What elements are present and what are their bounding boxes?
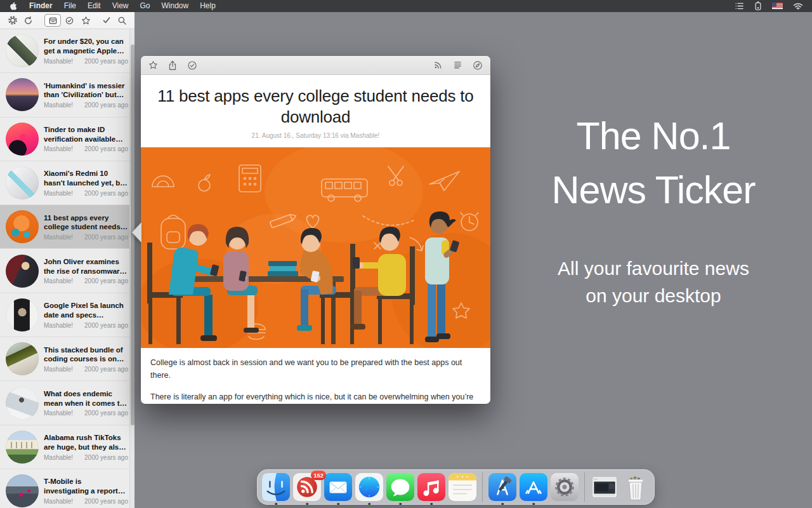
news-source: Mashable! [44, 190, 73, 197]
view-segmented-control [44, 14, 94, 27]
menu-status-area [735, 1, 812, 11]
menu-finder[interactable]: Finder [23, 1, 58, 10]
news-item[interactable]: Tinder to make ID verification available… [0, 117, 134, 161]
news-title: T-Mobile is investigating a reported dat… [44, 477, 128, 495]
dock-mail-icon[interactable] [324, 473, 352, 501]
article-paragraph-2: There is literally an app for everything… [150, 391, 481, 404]
news-item[interactable]: What does endemic mean when it comes to … [0, 381, 134, 425]
dock-notes-icon[interactable] [449, 473, 476, 501]
news-source: Mashable! [44, 454, 73, 461]
news-item[interactable]: John Oliver examines the rise of ransomw… [0, 249, 134, 293]
menu-items: FinderFileEditViewGoWindowHelp [23, 0, 221, 12]
news-thumbnail [6, 298, 39, 331]
dock-minimized-window-thumbnail[interactable] [591, 473, 619, 501]
star-segment-icon[interactable] [77, 14, 94, 27]
wallpaper-headline: The No.1 News Ticker All your favourite … [536, 109, 771, 310]
rss-icon[interactable] [433, 60, 443, 70]
check-circle-segment-icon[interactable] [61, 14, 77, 27]
menu-go[interactable]: Go [134, 1, 156, 10]
running-indicator-dot [399, 503, 402, 505]
running-indicator-dot [532, 503, 535, 505]
news-source: Mashable! [44, 410, 73, 417]
wallpaper-subline2: on your desktop [536, 282, 771, 310]
sidebar-scrollbar[interactable] [129, 29, 134, 508]
news-title: Xiaomi's Redmi 10 hasn't launched yet, b… [44, 169, 128, 187]
article-toolbar [141, 56, 490, 75]
wallpaper-line2: News Ticker [536, 163, 771, 217]
dock-settings-icon[interactable] [551, 473, 579, 501]
battery-icon[interactable] [754, 1, 762, 11]
dock-news-ticker-icon[interactable]: 152 [293, 473, 321, 501]
dock-separator [584, 472, 585, 502]
dock-safari-icon[interactable] [355, 473, 383, 501]
news-title: Google Pixel 5a launch date and specs re… [44, 301, 128, 319]
news-thumbnail [6, 123, 39, 156]
news-title: Tinder to make ID verification available… [44, 125, 128, 144]
menu-file[interactable]: File [58, 1, 82, 10]
news-source: Mashable! [44, 498, 73, 505]
us-flag-icon[interactable] [772, 3, 783, 10]
news-item[interactable]: 'Humankind' is messier than 'Civilizatio… [0, 73, 134, 117]
checkmark-icon[interactable] [99, 14, 114, 27]
news-item[interactable]: This stacked bundle of coding courses is… [0, 337, 134, 381]
flag-canton [772, 3, 776, 6]
news-title: Alabama rush TikToks are huge, but they … [44, 433, 128, 451]
menu-help[interactable]: Help [194, 1, 221, 10]
news-thumbnail [6, 34, 39, 67]
menu-bar: FinderFileEditViewGoWindowHelp [0, 0, 812, 12]
dock: 152 [257, 469, 655, 505]
news-source: Mashable! [44, 366, 73, 373]
news-thumbnail [6, 210, 39, 243]
dock-app-store-icon[interactable] [520, 473, 547, 501]
news-item[interactable]: Google Pixel 5a launch date and specs re… [0, 293, 134, 337]
dock-messages-icon[interactable] [386, 473, 414, 501]
search-icon[interactable] [114, 14, 129, 27]
running-indicator-dot [430, 503, 433, 505]
wallpaper-subline1: All your favourite news [536, 255, 771, 283]
reader-lines-icon[interactable] [453, 61, 462, 69]
news-timestamp: 2000 years ago [84, 102, 128, 109]
star-icon[interactable] [148, 60, 158, 70]
open-in-safari-icon[interactable] [473, 60, 483, 70]
article-content: 11 best apps every college student needs… [141, 86, 490, 404]
refresh-icon[interactable] [20, 14, 36, 27]
running-indicator-dot [275, 503, 277, 505]
popover-arrow [132, 222, 141, 243]
menu-window[interactable]: Window [156, 1, 195, 10]
wifi-icon[interactable] [793, 3, 803, 10]
share-icon[interactable] [168, 60, 177, 70]
news-timestamp: 2000 years ago [84, 322, 128, 329]
news-item[interactable]: 11 best apps every college student needs… [0, 205, 134, 249]
news-item[interactable]: For under $20, you can get a magnetic Ap… [0, 29, 134, 73]
menu-view[interactable]: View [107, 1, 134, 10]
check-circle-icon[interactable] [187, 60, 197, 70]
article-popover-window: 11 best apps every college student needs… [141, 56, 490, 404]
news-item[interactable]: Alabama rush TikToks are huge, but they … [0, 425, 134, 469]
news-title: 11 best apps every college student needs… [44, 213, 128, 232]
news-title: What does endemic mean when it comes to … [44, 389, 128, 408]
dock-trash-icon[interactable] [622, 473, 650, 501]
dock-xcode-icon[interactable] [488, 473, 516, 501]
desktop: { "menu_bar": { "app_name": "Finder", "i… [0, 0, 812, 508]
news-item[interactable]: Xiaomi's Redmi 10 hasn't launched yet, b… [0, 161, 134, 205]
news-timestamp: 2000 years ago [84, 277, 128, 284]
apple-menu-icon[interactable] [0, 1, 23, 11]
news-thumbnail [6, 166, 39, 199]
list-icon[interactable] [735, 2, 744, 10]
settings-gear-icon[interactable] [5, 14, 20, 27]
news-timestamp: 2000 years ago [84, 190, 128, 197]
archive-segment-icon[interactable] [44, 14, 61, 27]
news-source: Mashable! [44, 322, 73, 329]
running-indicator-dot [337, 503, 339, 505]
news-timestamp: 2000 years ago [84, 58, 128, 65]
article-body: College is almost back in session and we… [141, 348, 490, 404]
menu-edit[interactable]: Edit [82, 1, 107, 10]
dock-music-icon[interactable] [417, 473, 445, 501]
dock-finder-icon[interactable] [262, 473, 290, 501]
sidebar-toolbar [0, 12, 134, 29]
news-title: John Oliver examines the rise of ransomw… [44, 257, 128, 276]
running-indicator-dot [501, 503, 504, 505]
news-title: 'Humankind' is messier than 'Civilizatio… [44, 81, 128, 100]
news-item[interactable]: T-Mobile is investigating a reported dat… [0, 469, 134, 508]
news-source: Mashable! [44, 58, 73, 65]
